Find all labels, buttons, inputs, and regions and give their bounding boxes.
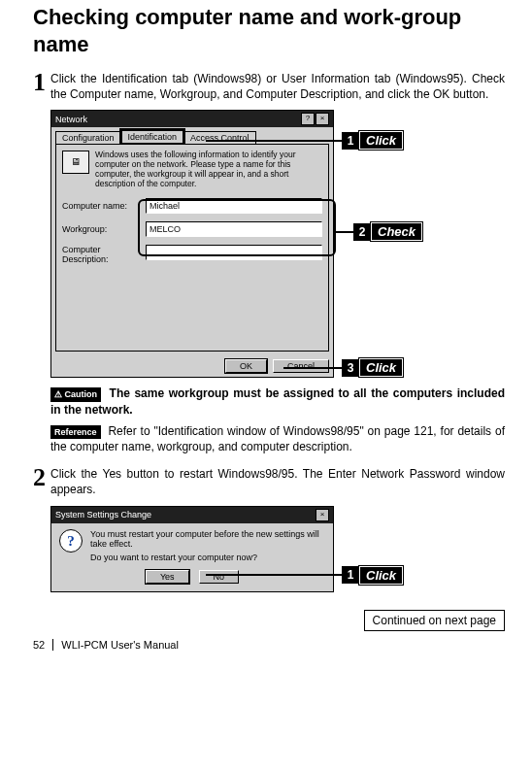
- ok-button[interactable]: OK: [225, 359, 267, 373]
- tab-identification[interactable]: Identification: [121, 130, 184, 143]
- figure-1: Network ? × Configuration Identification…: [50, 110, 505, 378]
- page-footer: 52 WLI-PCM User's Manual: [33, 639, 505, 651]
- question-icon: ?: [59, 529, 83, 553]
- close-button[interactable]: ×: [316, 113, 329, 125]
- page-number: 52: [33, 639, 53, 651]
- caution-note: Caution The same workgroup must be assig…: [50, 386, 505, 417]
- callout-3: 3 Click: [283, 358, 403, 377]
- page-title: Checking computer name and work-group na…: [33, 4, 505, 57]
- callout-2-number: 2: [353, 223, 371, 241]
- restart-dialog-title: System Settings Change: [55, 510, 151, 520]
- callout-2: 2 Check: [334, 222, 422, 241]
- restart-message: You must restart your computer before th…: [90, 529, 325, 562]
- callout-4-label: Click: [359, 566, 403, 585]
- step-2: 2 Click the Yes button to restart Window…: [33, 466, 505, 497]
- caution-badge: Caution: [50, 387, 101, 401]
- workgroup-label: Workgroup:: [62, 224, 140, 234]
- restart-line1: You must restart your computer before th…: [90, 529, 325, 549]
- callout-1: 1 Click: [206, 131, 403, 150]
- restart-dialog-titlebar: System Settings Change ×: [51, 507, 333, 523]
- callout-1-number: 1: [342, 132, 359, 150]
- help-button[interactable]: ?: [301, 113, 315, 125]
- intro-text: Windows uses the following information t…: [95, 151, 322, 188]
- yes-button[interactable]: Yes: [146, 570, 189, 584]
- callout-1-label: Click: [359, 131, 403, 150]
- fields-highlight-box: [138, 199, 336, 256]
- figure-2: System Settings Change × ? You must rest…: [50, 506, 505, 592]
- computer-icon: 🖥: [62, 151, 89, 174]
- dialog-title: Network: [55, 115, 87, 124]
- caution-text: The same workgroup must be assigned to a…: [50, 386, 505, 416]
- restart-line2: Do you want to restart your computer now…: [90, 553, 325, 562]
- step-2-text: Click the Yes button to restart Windows9…: [50, 466, 505, 497]
- continued-box: Continued on next page: [364, 610, 505, 631]
- restart-close-button[interactable]: ×: [316, 509, 329, 521]
- dialog-titlebar: Network ? ×: [51, 111, 333, 127]
- step-1-text: Click the Identification tab (Windows98)…: [50, 71, 505, 102]
- computer-description-label: Computer Description:: [62, 245, 140, 264]
- callout-4-number: 1: [342, 566, 359, 584]
- reference-badge: Reference: [50, 425, 101, 439]
- reference-note: Reference Refer to "Identification windo…: [50, 423, 505, 454]
- step-2-number: 2: [33, 466, 50, 497]
- reference-text: Refer to "Identification window of Windo…: [50, 424, 505, 453]
- callout-4: 1 Click: [206, 566, 403, 585]
- callout-3-number: 3: [342, 359, 359, 377]
- doc-title: WLI-PCM User's Manual: [61, 639, 179, 651]
- callout-3-label: Click: [359, 358, 403, 377]
- callout-2-label: Check: [371, 222, 422, 241]
- computer-name-label: Computer name:: [62, 201, 140, 211]
- step-1: 1 Click the Identification tab (Windows9…: [33, 71, 505, 102]
- step-1-number: 1: [33, 71, 50, 102]
- tab-configuration[interactable]: Configuration: [55, 131, 121, 144]
